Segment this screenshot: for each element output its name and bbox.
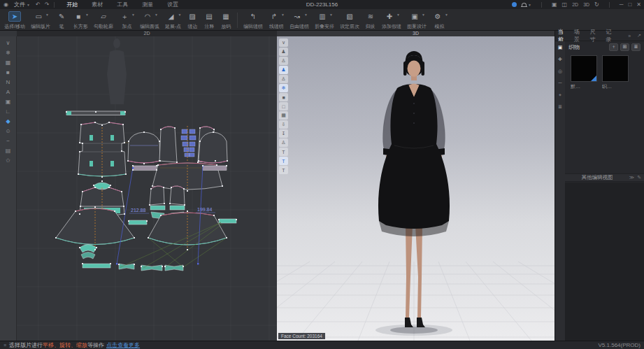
normal-map-icon[interactable]: N [3,78,14,87]
chevron-down-icon[interactable]: ▼ [131,13,135,17]
list-icon[interactable]: ≣ [556,103,564,111]
redo-icon[interactable]: ↷ [45,1,50,8]
pattern-canvas[interactable]: 212.88 199.84 [17,36,277,341]
annotate-button[interactable]: ▤注释 [201,10,217,30]
unfold-point-button[interactable]: ◢▼延展-点 [162,10,184,30]
seam-allowance-button[interactable]: ▨缝边 [184,10,201,30]
list-view-icon[interactable]: ≣ [631,43,641,51]
add-point-button[interactable]: ＋▼加点 [116,10,137,30]
panel-expand-icon[interactable]: ↗ [637,33,641,38]
chevron-down-icon[interactable]: ▼ [304,13,308,17]
ruler-icon[interactable]: ∟ [3,107,14,116]
seam-line-icon[interactable]: − [3,136,14,145]
grading-button[interactable]: ▦放码 [217,10,234,30]
add-fabric-button[interactable]: ＋ [609,43,618,51]
fabric-swatch-0[interactable]: 默… [571,55,597,90]
collapse-chevron-icon[interactable]: ∨ [279,38,288,47]
chevron-down-icon[interactable]: ▼ [281,13,285,17]
tabs-more-icon[interactable]: » [628,34,631,38]
pen-button[interactable]: ✎笔 [53,10,70,30]
notification-bell[interactable]: ▼ [522,3,531,7]
solid-view-icon[interactable]: ■ [279,93,288,101]
line-icon[interactable]: ─ [556,79,564,87]
collapse-chevron-icon[interactable]: ∨ [3,38,14,48]
chevron-down-icon[interactable]: ▼ [329,13,333,17]
more-icon[interactable]: ≫ [629,175,634,180]
fabric-icon[interactable]: ▣ [3,97,14,106]
menu-item-4[interactable]: 设置 [167,1,178,8]
garment-3d-view[interactable]: 3D ∨♟♙♟♙❄■□▦⇩↧♙TTT Face Count: 203164 [277,31,554,341]
undo-icon[interactable]: ↶ [36,1,41,8]
line-sewing-button[interactable]: ↱▼线缝纫 [266,10,287,30]
chevron-down-icon[interactable]: ▼ [155,13,158,17]
view-3d-toggle[interactable]: 3D [583,2,589,7]
simulate-snowflake-icon[interactable]: ❄ [279,84,288,92]
user-avatar[interactable] [512,2,517,7]
pose-icon[interactable]: ♙ [279,57,288,65]
mannequin-icon[interactable]: ♙ [279,75,288,83]
fabric-swatch-1[interactable]: 织… [602,55,629,90]
add-baste-button[interactable]: ✚▼添加假缝 [379,10,404,30]
view-3d-toolbar: ∨♟♙♟♙❄■□▦⇩↧♙TTT [279,38,288,174]
blank-view-icon[interactable]: □ [279,102,288,111]
split-view-icon[interactable]: ◫ [562,1,568,8]
cloth-show-icon[interactable]: T [279,157,288,165]
drop-arrange-icon[interactable]: ⇩ [279,120,288,129]
edit-arc-button[interactable]: ◠▼编辑圆弧 [137,10,162,30]
maximize-button[interactable]: □ [628,1,631,8]
grid-view-icon[interactable]: ▦ [279,111,288,120]
chevron-down-icon[interactable]: ▼ [45,13,49,17]
chevron-down-icon[interactable]: ▼ [422,13,425,17]
app-logo-icon[interactable]: ◉ [3,1,8,8]
other-views-header[interactable]: 其他编辑视图 ≫ ✎ [565,173,644,182]
swatch-icon[interactable]: ■ [3,68,14,77]
figure-icon[interactable]: ♙ [279,138,288,147]
edit-sewing-button[interactable]: ↰编辑缝纫 [241,10,266,30]
pattern-poly-icon[interactable]: ◆ [3,117,14,126]
pattern-design-button[interactable]: ▣▼图案设计 [404,10,429,30]
chevron-down-icon[interactable]: ▼ [445,13,448,17]
grid-icon[interactable]: ▦ [3,58,14,67]
chevron-down-icon[interactable]: ▼ [85,13,89,17]
minimize-button[interactable]: ─ [620,1,624,8]
select-move-button[interactable]: ➤选择/移动 [1,10,28,30]
rectangle-button[interactable]: ■▼长方形 [70,10,91,30]
edit-icon[interactable]: ✎ [637,175,641,180]
see-more-link[interactable]: 点击查看更多 [106,341,140,349]
chevron-down-icon[interactable]: ▼ [178,13,182,17]
pattern-2d-view[interactable]: 2D ∨❄▦■NA▣∟◆☺−▤✩ [0,31,277,341]
menu-item-3[interactable]: 测量 [142,1,153,8]
placket-pieces[interactable] [181,129,196,157]
sync-icon[interactable]: ↻ [594,1,599,8]
grid-view-icon[interactable]: ⊞ [620,43,629,51]
page-icon[interactable]: ▤ [3,146,14,155]
texture-a-icon[interactable]: A [3,87,14,97]
cloth-icon[interactable]: T [279,148,288,156]
menu-item-2[interactable]: 工具 [117,1,128,8]
press-button[interactable]: ≋归拔 [362,10,379,30]
cloth-style-icon[interactable]: T [279,166,288,174]
menu-item-0[interactable]: 开始 [66,1,78,8]
trace-outline-button[interactable]: ▱勾勒轮廓 [91,10,116,30]
set-layer-button[interactable]: ▧设定层次 [337,10,362,30]
fabric-category-icon[interactable]: ▣ [556,43,564,51]
avatar-show-icon[interactable]: ♟ [279,66,288,74]
avatar-icon[interactable]: ♟ [279,48,288,56]
menu-item-1[interactable]: 素材 [92,1,103,8]
move-icon[interactable]: ✚ [556,55,564,63]
close-button[interactable]: ✕ [636,1,641,8]
lasso-icon[interactable]: ✩ [3,156,14,165]
chevron-down-icon[interactable]: ▼ [396,13,400,17]
free-sewing-button[interactable]: ↝▼自由缝纫 [287,10,312,30]
avatar-face-icon[interactable]: ☺ [3,127,14,136]
fold-arrange-button[interactable]: ▥▼折叠安排 [312,10,337,30]
pin-icon[interactable]: ↧ [279,129,288,138]
target-icon[interactable]: ◎ [556,67,564,75]
edit-pattern-button[interactable]: ▭▼编辑版片 [28,10,53,30]
file-menu[interactable]: 文件 ▼ [14,1,30,8]
simulate-button[interactable]: ⚙▼模拟 [429,10,450,30]
light-icon[interactable]: ⌖ [556,91,564,99]
view-2d-toggle[interactable]: 2D [572,2,578,7]
snowflake-icon[interactable]: ❄ [3,48,14,57]
layout-icon[interactable]: ▣ [552,1,557,8]
